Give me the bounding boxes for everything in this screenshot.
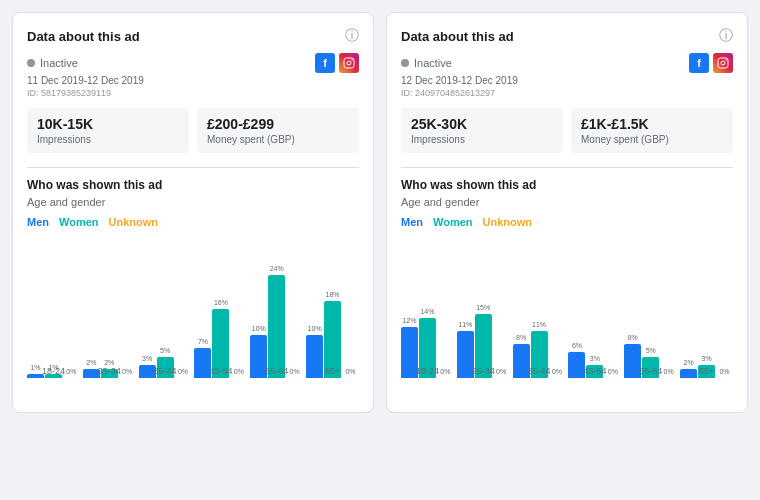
impressions-label: Impressions	[37, 134, 179, 145]
subsection-title: Age and gender	[401, 196, 733, 208]
card-header: Data about this adⓘ	[27, 27, 359, 45]
status-text: Inactive	[414, 57, 452, 69]
social-icons: f	[689, 53, 733, 73]
bar-percentage-label: 0%	[178, 368, 188, 375]
impressions-box: 25K-30KImpressions	[401, 108, 563, 153]
bar-group: 2%2%0%25-34	[83, 369, 136, 378]
bar-percentage-label: 3%	[701, 355, 711, 362]
bar-percentage-label: 8%	[628, 334, 638, 341]
bar-percentage-label: 6%	[572, 342, 582, 349]
x-axis-label: 45-54	[209, 366, 232, 376]
impressions-box: 10K-15KImpressions	[27, 108, 189, 153]
legend-unknown: Unknown	[483, 216, 533, 228]
chart-legend: MenWomenUnknown	[401, 216, 733, 228]
bar-percentage-label: 0%	[122, 368, 132, 375]
money-value: £1K-£1.5K	[581, 116, 723, 132]
ad-id: ID: 2409704852613297	[401, 88, 733, 98]
legend-men: Men	[401, 216, 423, 228]
bar-percentage-label: 2%	[86, 359, 96, 366]
bar-percentage-label: 11%	[532, 321, 546, 328]
bar-percentage-label: 10%	[308, 325, 322, 332]
bar-percentage-label: 16%	[214, 299, 228, 306]
legend-women: Women	[433, 216, 473, 228]
info-icon[interactable]: ⓘ	[719, 27, 733, 45]
facebook-icon[interactable]: f	[315, 53, 335, 73]
bar-percentage-label: 3%	[142, 355, 152, 362]
chart-legend: MenWomenUnknown	[27, 216, 359, 228]
money-box: £1K-£1.5KMoney spent (GBP)	[571, 108, 733, 153]
stats-row: 25K-30KImpressions£1K-£1.5KMoney spent (…	[401, 108, 733, 153]
card-header: Data about this adⓘ	[401, 27, 733, 45]
bar-group: 7%16%0%45-54	[194, 309, 247, 378]
bar-percentage-label: 0%	[608, 368, 618, 375]
facebook-icon[interactable]: f	[689, 53, 709, 73]
bar-group: 2%3%0%65+	[680, 365, 733, 378]
ad-card-1: Data about this adⓘInactivef11 Dec 2019-…	[12, 12, 374, 413]
money-box: £200-£299Money spent (GBP)	[197, 108, 359, 153]
ad-date: 11 Dec 2019-12 Dec 2019	[27, 75, 359, 86]
bar-percentage-label: 0%	[664, 368, 674, 375]
legend-unknown: Unknown	[109, 216, 159, 228]
status-row: Inactivef	[27, 53, 359, 73]
social-icons: f	[315, 53, 359, 73]
status-row: Inactivef	[401, 53, 733, 73]
svg-point-4	[721, 61, 725, 65]
bar-percentage-label: 0%	[552, 368, 562, 375]
bar-percentage-label: 0%	[345, 368, 355, 375]
bar-percentage-label: 18%	[326, 291, 340, 298]
bar-percentage-label: 14%	[420, 308, 434, 315]
bar-chart: 1%1%0%18-242%2%0%25-343%5%0%35-447%16%0%…	[27, 238, 359, 398]
bar-group: 6%3%0%45-54	[568, 352, 621, 378]
x-axis-label: 25-34	[98, 366, 121, 376]
legend-men: Men	[27, 216, 49, 228]
subsection-title: Age and gender	[27, 196, 359, 208]
bar-percentage-label: 15%	[476, 304, 490, 311]
bar-percentage-label: 11%	[458, 321, 472, 328]
bar-fill-men	[680, 369, 697, 378]
x-axis-label: 55-64	[265, 366, 288, 376]
info-icon[interactable]: ⓘ	[345, 27, 359, 45]
bar-percentage-label: 0%	[234, 368, 244, 375]
bar-percentage-label: 1%	[30, 364, 40, 371]
section-title: Who was shown this ad	[27, 178, 359, 192]
status-text: Inactive	[40, 57, 78, 69]
bar-chart: 12%14%0%18-2411%15%0%25-348%11%0%35-446%…	[401, 238, 733, 398]
bar-fill-women	[268, 275, 285, 378]
ad-date: 12 Dec 2019-12 Dec 2019	[401, 75, 733, 86]
bar-percentage-label: 5%	[646, 347, 656, 354]
bar-percentage-label: 0%	[290, 368, 300, 375]
bar-group: 1%1%0%18-24	[27, 374, 80, 378]
instagram-icon[interactable]	[339, 53, 359, 73]
bar-percentage-label: 10%	[252, 325, 266, 332]
bar-group: 3%5%0%35-44	[139, 357, 192, 378]
bar-percentage-label: 3%	[590, 355, 600, 362]
x-axis-label: 55-64	[639, 366, 662, 376]
x-axis-label: 18-24	[416, 366, 439, 376]
bar-percentage-label: 0%	[66, 368, 76, 375]
stats-row: 10K-15KImpressions£200-£299Money spent (…	[27, 108, 359, 153]
x-axis-label: 65+	[325, 366, 340, 376]
bar-percentage-label: 7%	[198, 338, 208, 345]
money-label: Money spent (GBP)	[581, 134, 723, 145]
bar-fill-men	[306, 335, 323, 378]
ad-card-2: Data about this adⓘInactivef12 Dec 2019-…	[386, 12, 748, 413]
x-axis-label: 65+	[699, 366, 714, 376]
bar-group: 8%11%0%35-44	[513, 331, 566, 378]
bar-percentage-label: 0%	[719, 368, 729, 375]
svg-point-5	[725, 59, 727, 61]
status-dot	[401, 59, 409, 67]
bar-men: 10%	[306, 335, 323, 378]
instagram-icon[interactable]	[713, 53, 733, 73]
bar-percentage-label: 24%	[270, 265, 284, 272]
status-inactive: Inactive	[27, 57, 78, 69]
bar-percentage-label: 12%	[402, 317, 416, 324]
section-title: Who was shown this ad	[401, 178, 733, 192]
bar-percentage-label: 2%	[684, 359, 694, 366]
bar-group: 11%15%0%25-34	[457, 314, 510, 378]
bar-percentage-label: 5%	[160, 347, 170, 354]
x-axis-label: 45-54	[583, 366, 606, 376]
money-label: Money spent (GBP)	[207, 134, 349, 145]
impressions-value: 10K-15K	[37, 116, 179, 132]
svg-point-1	[347, 61, 351, 65]
status-dot	[27, 59, 35, 67]
